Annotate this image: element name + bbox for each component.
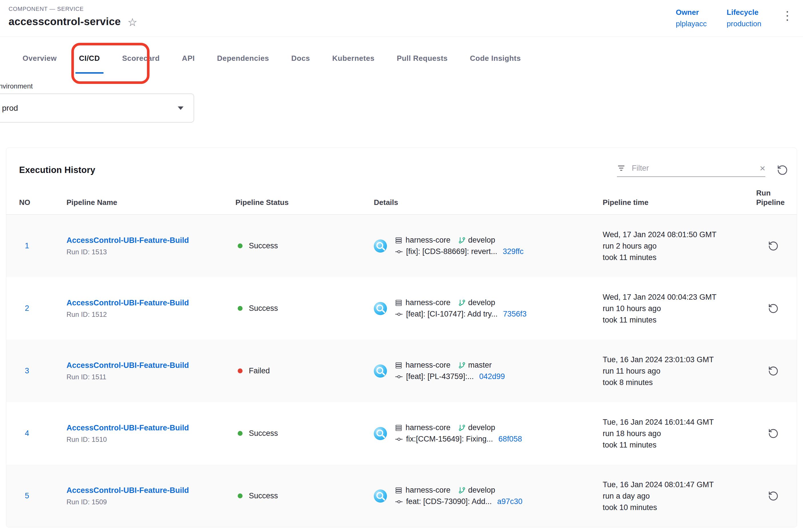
- repository-icon: [395, 487, 402, 494]
- pipeline-duration: took 11 minutes: [603, 439, 756, 451]
- pipeline-date: Tue, 16 Jan 2024 23:01:03 GMT: [603, 354, 756, 365]
- git-commit-icon: [395, 248, 403, 256]
- git-branch-icon: [458, 299, 466, 306]
- page-header: COMPONENT — SERVICE accesscontrol-servic…: [0, 0, 803, 37]
- tab-code-insights[interactable]: Code Insights: [459, 37, 532, 80]
- lifecycle-block: Lifecycle production: [727, 8, 761, 28]
- pipeline-execution-icon: [374, 427, 387, 440]
- kebab-menu-icon[interactable]: ⋮: [781, 10, 793, 22]
- owner-value-link[interactable]: plplayacc: [676, 19, 707, 28]
- commit-message: feat: [CDS-73090]: Add...: [406, 497, 492, 506]
- tab-bar: OverviewCI/CDScorecardAPIDependenciesDoc…: [0, 37, 803, 80]
- pipeline-duration: took 11 minutes: [603, 252, 756, 263]
- pipeline-execution-icon: [374, 364, 387, 378]
- tab-pull-requests[interactable]: Pull Requests: [385, 37, 459, 80]
- git-branch-icon: [458, 424, 466, 432]
- pipeline-status: Success: [235, 304, 374, 313]
- tab-overview[interactable]: Overview: [12, 37, 68, 80]
- git-branch-icon: [458, 236, 466, 244]
- pipeline-name-link[interactable]: AccessControl-UBI-Feature-Build: [66, 423, 235, 432]
- tab-scorecard[interactable]: Scorecard: [111, 37, 171, 80]
- owner-label: Owner: [676, 8, 707, 17]
- filter-input[interactable]: [631, 164, 754, 173]
- table-row: 2 AccessControl-UBI-Feature-Build Run ID…: [6, 277, 797, 340]
- tab-api[interactable]: API: [171, 37, 206, 80]
- pipeline-status: Failed: [235, 366, 374, 375]
- repository-icon: [395, 236, 402, 244]
- tab-kubernetes[interactable]: Kubernetes: [321, 37, 385, 80]
- run-id: Run ID: 1510: [66, 436, 235, 443]
- environment-select[interactable]: prod: [0, 94, 194, 122]
- run-pipeline-icon[interactable]: [768, 303, 779, 314]
- run-pipeline-icon[interactable]: [768, 491, 779, 501]
- row-number-link[interactable]: 4: [19, 429, 66, 438]
- repository-icon: [395, 362, 402, 369]
- table-row: 1 AccessControl-UBI-Feature-Build Run ID…: [6, 215, 797, 277]
- status-label: Success: [249, 429, 278, 438]
- column-header-pipeline-time: Pipeline time: [603, 198, 756, 207]
- repository-name: harness-core: [405, 486, 451, 495]
- status-dot-icon: [238, 431, 243, 436]
- table-row: 5 AccessControl-UBI-Feature-Build Run ID…: [6, 464, 797, 527]
- lifecycle-value: production: [727, 19, 761, 28]
- row-number-link[interactable]: 3: [19, 366, 66, 375]
- tab-ci-cd[interactable]: CI/CD: [68, 37, 111, 80]
- commit-hash-link[interactable]: 042d99: [479, 372, 505, 381]
- status-label: Success: [249, 492, 278, 500]
- run-pipeline-icon[interactable]: [768, 241, 779, 251]
- pipeline-run-ago: run a day ago: [603, 490, 756, 502]
- pipeline-date: Wed, 17 Jan 2024 08:01:50 GMT: [603, 229, 756, 240]
- pipeline-run-ago: run 10 hours ago: [603, 303, 756, 314]
- pipeline-run-ago: run 11 hours ago: [603, 365, 756, 377]
- commit-hash-link[interactable]: 7356f3: [503, 310, 527, 319]
- refresh-icon[interactable]: [777, 165, 788, 176]
- pipeline-run-ago: run 2 hours ago: [603, 240, 756, 252]
- pipeline-name-link[interactable]: AccessControl-UBI-Feature-Build: [66, 361, 235, 370]
- column-header-no: NO: [19, 198, 66, 207]
- commit-message: fix:[CCM-15649]: Fixing...: [406, 435, 493, 443]
- git-branch-icon: [458, 487, 466, 494]
- environment-selected-value: prod: [2, 103, 18, 113]
- row-number-link[interactable]: 5: [19, 492, 66, 500]
- status-dot-icon: [238, 493, 243, 498]
- repository-icon: [395, 299, 402, 306]
- pipeline-name-link[interactable]: AccessControl-UBI-Feature-Build: [66, 486, 235, 495]
- pipeline-time: Wed, 17 Jan 2024 00:04:23 GMT run 10 hou…: [603, 291, 756, 326]
- chevron-down-icon: [178, 107, 184, 110]
- commit-hash-link[interactable]: 68f058: [498, 435, 522, 443]
- branch-name: develop: [468, 236, 495, 245]
- clear-filter-icon[interactable]: ×: [760, 163, 765, 173]
- pipeline-name-link[interactable]: AccessControl-UBI-Feature-Build: [66, 299, 235, 307]
- pipeline-time: Wed, 17 Jan 2024 08:01:50 GMT run 2 hour…: [603, 229, 756, 263]
- pipeline-name-link[interactable]: AccessControl-UBI-Feature-Build: [66, 236, 235, 245]
- card-title: Execution History: [19, 165, 95, 175]
- table-row: 4 AccessControl-UBI-Feature-Build Run ID…: [6, 402, 797, 464]
- status-label: Failed: [249, 366, 270, 375]
- favorite-star-icon[interactable]: ☆: [128, 17, 137, 28]
- status-dot-icon: [238, 368, 243, 373]
- run-pipeline-icon[interactable]: [768, 428, 779, 439]
- run-id: Run ID: 1512: [66, 310, 235, 319]
- tab-docs[interactable]: Docs: [280, 37, 321, 80]
- column-header-pipeline-status: Pipeline Status: [235, 198, 374, 207]
- commit-hash-link[interactable]: 329ffc: [503, 247, 524, 256]
- run-pipeline-icon[interactable]: [768, 366, 779, 377]
- pipeline-duration: took 11 minutes: [603, 314, 756, 326]
- table-body: 1 AccessControl-UBI-Feature-Build Run ID…: [6, 215, 797, 527]
- git-commit-icon: [395, 373, 403, 381]
- lifecycle-label: Lifecycle: [727, 8, 761, 17]
- pipeline-date: Tue, 16 Jan 2024 08:01:47 GMT: [603, 479, 756, 490]
- run-id: Run ID: 1513: [66, 248, 235, 256]
- pipeline-duration: took 10 minutes: [603, 502, 756, 513]
- row-number-link[interactable]: 2: [19, 304, 66, 313]
- branch-name: develop: [468, 423, 495, 432]
- run-id: Run ID: 1509: [66, 498, 235, 506]
- git-commit-icon: [395, 310, 403, 318]
- row-number-link[interactable]: 1: [19, 242, 66, 250]
- pipeline-date: Wed, 17 Jan 2024 00:04:23 GMT: [603, 291, 756, 303]
- pipeline-execution-icon: [374, 302, 387, 315]
- commit-hash-link[interactable]: a97c30: [497, 497, 522, 506]
- repository-icon: [395, 424, 402, 432]
- commit-message: [feat]: [PL-43759]:...: [406, 372, 474, 381]
- tab-dependencies[interactable]: Dependencies: [206, 37, 280, 80]
